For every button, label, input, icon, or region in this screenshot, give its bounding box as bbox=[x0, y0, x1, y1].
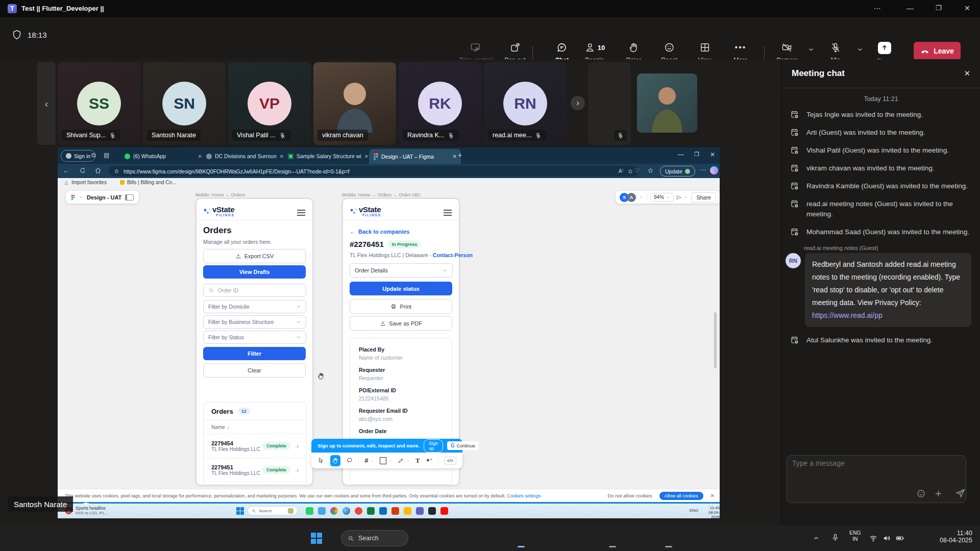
widget-title[interactable]: Sports headline bbox=[76, 506, 108, 511]
chevron-down-icon[interactable] bbox=[684, 195, 688, 199]
dev-mode-toggle[interactable]: </> bbox=[444, 457, 456, 465]
tab-close-icon[interactable]: ✕ bbox=[364, 154, 369, 159]
vertical-tabs-icon[interactable]: ▤ bbox=[104, 152, 109, 159]
participant-tile-video[interactable]: vikram chavan bbox=[313, 62, 396, 145]
filter-button[interactable]: Filter bbox=[203, 347, 306, 360]
text-tool-icon[interactable]: T bbox=[415, 457, 420, 465]
comment-tool-icon[interactable] bbox=[346, 457, 353, 464]
shared-taskbar-icon[interactable] bbox=[367, 507, 375, 515]
hand-tool-active-icon[interactable] bbox=[330, 455, 340, 466]
widget-subtitle[interactable]: KKR vs LSG, IPL... bbox=[76, 511, 108, 515]
shared-taskbar-icon[interactable] bbox=[342, 507, 350, 515]
participant-tile-video[interactable] bbox=[637, 73, 697, 133]
shared-taskbar-icon[interactable] bbox=[379, 507, 387, 515]
tab-close-icon[interactable]: ✕ bbox=[453, 154, 457, 159]
hamburger-menu-icon[interactable] bbox=[297, 208, 305, 217]
tray-mic-icon[interactable] bbox=[831, 533, 840, 542]
start-button[interactable] bbox=[311, 533, 322, 544]
chevron-down-icon[interactable] bbox=[406, 459, 410, 463]
browser-update-button[interactable]: Update bbox=[660, 166, 695, 177]
shared-taskbar-icon[interactable] bbox=[428, 507, 436, 515]
figma-signup-button[interactable]: Sign up bbox=[424, 439, 443, 453]
shared-taskbar-icon[interactable] bbox=[440, 507, 448, 515]
resources-tool-icon[interactable]: ✦⁺ bbox=[426, 457, 432, 464]
layers-panel-icon[interactable] bbox=[125, 194, 134, 201]
frame-label[interactable]: Mobile: Home → Orders → Order ABC bbox=[342, 192, 421, 197]
filter-status-select[interactable]: Filter by Status bbox=[203, 331, 306, 344]
participant-tile[interactable]: RK Ravindra K... bbox=[399, 62, 481, 145]
browser-profile-button[interactable]: Sign in bbox=[61, 150, 95, 162]
window-minimize-button[interactable]: — bbox=[906, 4, 914, 12]
tab-actions-icon[interactable]: ⧉ bbox=[91, 152, 96, 159]
order-id-search-input[interactable]: Order ID bbox=[203, 284, 306, 297]
shared-search-box[interactable]: Search bbox=[248, 506, 298, 515]
browser-menu-icon[interactable]: ⋯ bbox=[700, 166, 706, 173]
present-icon[interactable]: ▷ bbox=[677, 194, 681, 201]
shared-taskbar-icon[interactable] bbox=[404, 507, 411, 515]
allow-cookies-button[interactable]: Allow all cookies bbox=[659, 492, 703, 500]
save-as-pdf-button[interactable]: Save as PDF bbox=[350, 316, 452, 331]
view-drafts-button[interactable]: View Drafts bbox=[203, 265, 306, 279]
cookie-settings-link[interactable]: Cookies settings bbox=[507, 493, 541, 498]
collaborator-avatar[interactable]: A bbox=[627, 193, 636, 202]
favorites-item[interactable]: Import favorites bbox=[64, 180, 107, 185]
export-csv-button[interactable]: Export CSV bbox=[203, 249, 306, 263]
chevron-right-icon[interactable]: › bbox=[297, 466, 299, 474]
sort-desc-icon[interactable]: ↓ bbox=[227, 424, 230, 430]
browser-essentials-icon[interactable]: ♡ bbox=[634, 167, 640, 174]
browser-tab[interactable]: DC Divisions and Surroundings ✕ bbox=[203, 149, 287, 163]
zoom-menu[interactable]: 94% bbox=[650, 193, 674, 202]
figma-share-button[interactable]: Share bbox=[691, 192, 716, 203]
back-icon[interactable]: ← bbox=[63, 167, 69, 174]
chevron-down-icon[interactable] bbox=[371, 459, 374, 463]
tab-close-icon[interactable]: ✕ bbox=[280, 154, 284, 159]
participant-tile[interactable]: SN Santosh Narate bbox=[143, 62, 226, 145]
language-switcher[interactable]: ENG IN bbox=[849, 530, 861, 542]
favorites-item[interactable]: Bills | Billing and Co... bbox=[120, 180, 177, 185]
annotation-plus-icon[interactable]: + bbox=[83, 497, 89, 510]
url-bar[interactable]: https://www.figma.com/design/9BKQ0FOHRWa… bbox=[109, 166, 639, 177]
volume-icon[interactable] bbox=[882, 534, 891, 543]
wifi-icon[interactable] bbox=[869, 534, 878, 543]
chevron-down-icon[interactable] bbox=[388, 459, 392, 463]
browser-close-button[interactable]: ✕ bbox=[710, 151, 715, 158]
chevron-down-icon[interactable] bbox=[639, 195, 644, 199]
browser-minimize-button[interactable]: — bbox=[678, 151, 684, 158]
frame-label[interactable]: Mobile: Home → Orders bbox=[195, 192, 245, 197]
filter-domicile-select[interactable]: Filter by Domicile bbox=[203, 300, 306, 313]
google-continue-button[interactable]: G Continue bbox=[447, 441, 479, 450]
canvas-scrollbar[interactable] bbox=[714, 312, 717, 368]
figma-file-menu[interactable]: Design - UAT bbox=[66, 191, 139, 204]
battery-icon[interactable] bbox=[895, 534, 904, 543]
deny-cookies-button[interactable]: Do not allow cookies bbox=[607, 493, 652, 498]
cookie-close-icon[interactable]: ✕ bbox=[710, 493, 715, 498]
shared-taskbar-icon[interactable] bbox=[391, 507, 399, 515]
print-button[interactable]: Print bbox=[350, 299, 452, 314]
chat-close-icon[interactable]: ✕ bbox=[964, 69, 970, 78]
shared-taskbar-icon[interactable] bbox=[306, 507, 313, 515]
pen-tool-icon[interactable] bbox=[398, 457, 404, 464]
window-close-button[interactable]: ✕ bbox=[964, 4, 970, 12]
refresh-icon[interactable] bbox=[79, 167, 86, 174]
filmstrip-scroll-left-button[interactable]: ‹ bbox=[37, 62, 56, 145]
browser-restore-button[interactable]: ❐ bbox=[694, 151, 699, 158]
filmstrip-scroll-right-button[interactable]: › bbox=[571, 96, 585, 110]
shared-start-button[interactable] bbox=[236, 507, 244, 515]
favorite-star-icon[interactable] bbox=[627, 168, 633, 174]
order-details-select[interactable]: Order Details bbox=[350, 263, 453, 278]
shared-clock[interactable]: 11:40 08-04-2025 bbox=[702, 506, 720, 518]
mobile-frame-orders[interactable]: vState FILINGS Orders Manage all your or… bbox=[195, 198, 313, 486]
browser-tab[interactable]: X Sample Salary Structure with calc ✕ bbox=[284, 149, 372, 163]
participant-tile[interactable]: RN read.ai mee... bbox=[484, 62, 567, 145]
clear-button[interactable]: Clear bbox=[203, 363, 306, 378]
shared-taskbar-icon[interactable] bbox=[330, 507, 338, 515]
home-icon[interactable] bbox=[94, 167, 102, 174]
shared-taskbar-icon[interactable] bbox=[318, 507, 326, 515]
update-status-button[interactable]: Update status bbox=[350, 282, 452, 295]
attach-plus-icon[interactable] bbox=[934, 489, 943, 498]
tray-expand-chevron[interactable] bbox=[813, 535, 820, 542]
browser-tab[interactable]: (6) WhatsApp ✕ bbox=[121, 149, 206, 163]
figma-canvas[interactable]: Design - UAT S A 94% ▷ Share Mobile: Hom… bbox=[58, 187, 720, 489]
mic-options-chevron[interactable] bbox=[856, 46, 864, 53]
window-more-button[interactable]: ⋯ bbox=[874, 4, 882, 12]
